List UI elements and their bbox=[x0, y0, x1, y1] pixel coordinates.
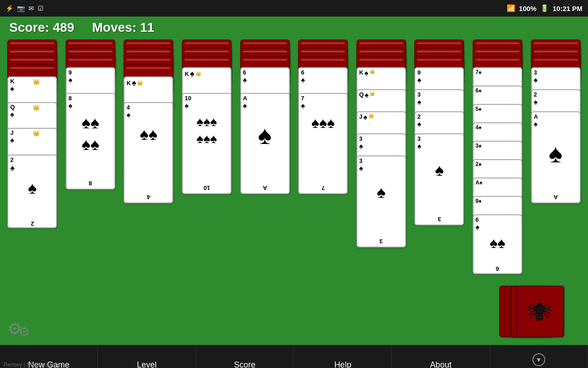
card-column-2: 9♠ 8♠ ♠♠ ♠♠ 8 bbox=[63, 40, 119, 270]
about-label: About bbox=[430, 360, 452, 368]
wifi-icon: 📶 bbox=[507, 4, 515, 12]
more-arrow-circle: ▼ bbox=[532, 353, 545, 366]
battery-icon: 🔋 bbox=[540, 4, 549, 12]
card-A-col10[interactable]: A♠ ♠ A bbox=[531, 111, 581, 203]
card-6b-col9[interactable]: 6♠ ♠♠ 6 bbox=[473, 214, 522, 274]
card-column-7: K♠👑 Q♠👑 J♠👑 3♠ 3♠ ♠ 3 bbox=[354, 40, 409, 270]
settings-gear-icon[interactable]: ⚙ ⚙ bbox=[7, 318, 30, 339]
stock-pile[interactable]: 🕷 🕷 🕷 🕷 bbox=[481, 286, 564, 339]
battery-level: 100% bbox=[519, 5, 537, 12]
camera-icon: 📷 bbox=[17, 5, 25, 12]
clock: 10:21 PM bbox=[553, 5, 582, 12]
card-K-col7[interactable]: K♠👑 bbox=[356, 67, 406, 92]
card-column-1: K♠ 👑 Q♠ 👑 J♠ 👑 bbox=[5, 40, 60, 270]
card-column-8: 9♠ 3♠ 2♠ 3♠ ♠ 3 bbox=[412, 40, 467, 270]
columns-area: K♠ 👑 Q♠ 👑 J♠ 👑 bbox=[5, 40, 583, 297]
card-3b-col7[interactable]: 3♠ ♠ 3 bbox=[356, 155, 406, 247]
card-3-col10[interactable]: 3♠ bbox=[531, 67, 581, 92]
help-button[interactable]: Help bbox=[294, 345, 392, 368]
card-column-10: 3♠ 2♠ A♠ ♠ A bbox=[528, 40, 583, 270]
card-3c-col8[interactable]: 3♠ ♠ 3 bbox=[414, 133, 464, 225]
card-column-4: K♠ 👑 10♠ ♠♠♠ ♠♠♠ 10 bbox=[179, 40, 235, 270]
card-column-6: 6♠ 7♠ ♠♠♠ 7 bbox=[295, 40, 351, 270]
chevron-down-icon: ▼ bbox=[536, 356, 542, 363]
bottom-nav: New Game Level Score Help About ▼ More P… bbox=[0, 345, 588, 368]
usb-icon: ⚡ bbox=[6, 5, 13, 12]
card-3-col8[interactable]: 3♠ bbox=[414, 89, 464, 115]
new-game-button[interactable]: New Game bbox=[0, 345, 98, 368]
more-button[interactable]: ▼ More bbox=[490, 345, 588, 368]
card-A-spades-col5[interactable]: A♠ ♠ A bbox=[240, 93, 290, 194]
moves-value: Moves: 11 bbox=[92, 20, 154, 34]
card-8-spades[interactable]: 8♠ ♠♠ ♠♠ 8 bbox=[66, 93, 115, 190]
card-2-col10[interactable]: 2♠ bbox=[531, 89, 581, 115]
status-left: ⚡ 📷 ✉ ☑ bbox=[6, 5, 44, 12]
email-icon: ✉ bbox=[28, 5, 34, 12]
new-game-label: New Game bbox=[28, 360, 69, 368]
game-area: Score: 489 Moves: 11 K♠ 👑 bbox=[0, 17, 588, 345]
score-bar: Score: 489 Moves: 11 bbox=[9, 20, 154, 35]
level-button[interactable]: Level bbox=[98, 345, 196, 368]
status-bar: ⚡ 📷 ✉ ☑ 📶 100% 🔋 10:21 PM bbox=[0, 0, 588, 17]
level-label: Level bbox=[137, 360, 157, 368]
score-value: Score: 489 bbox=[9, 20, 74, 34]
card-7-spades-col6[interactable]: 7♠ ♠♠♠ 7 bbox=[298, 93, 348, 194]
card-column-5: 6♠ A♠ ♠ A bbox=[237, 40, 293, 270]
card-column-9: 7♠ 6♠ 5♠ 4♠ 3♠ 2♠ A♠ bbox=[470, 40, 526, 297]
card-3-col7[interactable]: 3♠ bbox=[356, 133, 406, 159]
status-right: 📶 100% 🔋 10:21 PM bbox=[507, 4, 582, 12]
card-column-3: K♠ 👑 4♠ ♠♠ 4 bbox=[121, 40, 176, 270]
stock-card-4[interactable]: 🕷 bbox=[516, 286, 564, 337]
score-button[interactable]: Score bbox=[196, 345, 294, 368]
card-Q-col7[interactable]: Q♠👑 bbox=[356, 89, 406, 115]
card-2-col8[interactable]: 2♠ bbox=[414, 111, 464, 137]
score-label: Score bbox=[234, 360, 255, 368]
card-4-spades-col3[interactable]: 4♠ ♠♠ 4 bbox=[124, 102, 173, 203]
card-9-col8[interactable]: 9♠ bbox=[414, 67, 464, 92]
card-10-spades-col4[interactable]: 10♠ ♠♠♠ ♠♠♠ 10 bbox=[182, 93, 232, 194]
card-J-col7[interactable]: J♠👑 bbox=[356, 111, 406, 137]
check-icon: ☑ bbox=[38, 5, 44, 12]
about-button[interactable]: About bbox=[392, 345, 490, 368]
card-2-spades[interactable]: 2♠ ♠ 2 bbox=[7, 155, 57, 228]
help-label: Help bbox=[334, 360, 351, 368]
